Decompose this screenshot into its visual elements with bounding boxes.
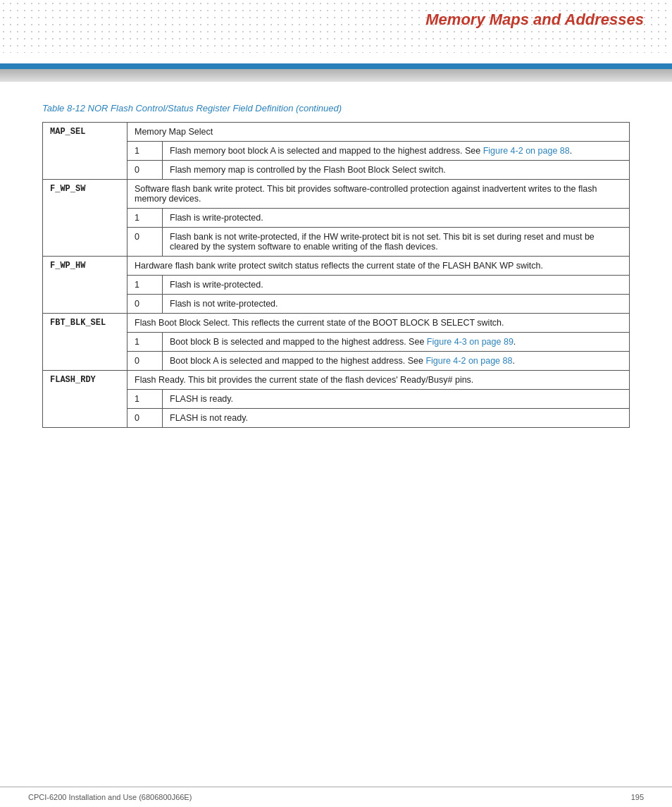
field-value: 1: [127, 276, 163, 295]
table-row: 1Boot block B is selected and mapped to …: [43, 333, 630, 352]
table-caption: Table 8-12 NOR Flash Control/Status Regi…: [42, 103, 630, 113]
field-value: 1: [127, 333, 163, 352]
gray-bar-decoration: [0, 69, 672, 82]
header-title-container: Memory Maps and Addresses: [425, 11, 644, 29]
field-value: 1: [127, 142, 163, 161]
table-row: 1Flash is write-protected.: [43, 276, 630, 295]
field-description: Memory Map Select: [127, 123, 630, 142]
register-table: MAP_SELMemory Map Select1Flash memory bo…: [42, 122, 630, 428]
field-value: 1: [127, 390, 163, 409]
field-value: 0: [127, 295, 163, 314]
field-value-description: FLASH is ready.: [163, 390, 630, 409]
table-row: 1Flash is write-protected.: [43, 209, 630, 228]
field-value: 0: [127, 409, 163, 428]
footer: CPCI-6200 Installation and Use (6806800J…: [0, 787, 672, 807]
table-row-description: FLASH_RDYFlash Ready. This bit provides …: [43, 371, 630, 390]
field-value-description: Flash memory map is controlled by the Fl…: [163, 161, 630, 180]
cross-reference-link[interactable]: Figure 4-2 on page 88: [425, 356, 512, 366]
field-value-description: Flash bank is not write-protected, if th…: [163, 228, 630, 257]
field-value: 0: [127, 352, 163, 371]
field-name: FLASH_RDY: [43, 371, 127, 428]
field-description: Software flash bank write protect. This …: [127, 180, 630, 209]
table-row: 0Flash bank is not write-protected, if t…: [43, 228, 630, 257]
blue-bar-decoration: [0, 63, 672, 69]
cross-reference-link[interactable]: Figure 4-3 on page 89: [427, 337, 514, 347]
table-row: 0Flash is not write-protected.: [43, 295, 630, 314]
page-title: Memory Maps and Addresses: [425, 11, 644, 28]
field-description: Hardware flash bank write protect switch…: [127, 257, 630, 276]
footer-left: CPCI-6200 Installation and Use (6806800J…: [28, 793, 192, 801]
field-value: 0: [127, 161, 163, 180]
main-content: Table 8-12 NOR Flash Control/Status Regi…: [0, 82, 672, 470]
table-row: 0Flash memory map is controlled by the F…: [43, 161, 630, 180]
table-row-description: F_WP_SWSoftware flash bank write protect…: [43, 180, 630, 209]
footer-right: 195: [631, 793, 644, 801]
field-name: FBT_BLK_SEL: [43, 314, 127, 371]
field-name: F_WP_HW: [43, 257, 127, 314]
table-row-description: F_WP_HWHardware flash bank write protect…: [43, 257, 630, 276]
field-value-description: Boot block A is selected and mapped to t…: [163, 352, 630, 371]
field-value: 0: [127, 228, 163, 257]
table-row: 1FLASH is ready.: [43, 390, 630, 409]
table-row-description: FBT_BLK_SELFlash Boot Block Select. This…: [43, 314, 630, 333]
table-row-description: MAP_SELMemory Map Select: [43, 123, 630, 142]
table-row: 1Flash memory boot block A is selected a…: [43, 142, 630, 161]
field-value-description: Flash is write-protected.: [163, 209, 630, 228]
field-description: Flash Boot Block Select. This reflects t…: [127, 314, 630, 333]
field-description: Flash Ready. This bit provides the curre…: [127, 371, 630, 390]
field-name: F_WP_SW: [43, 180, 127, 257]
field-value-description: FLASH is not ready.: [163, 409, 630, 428]
field-value-description: Boot block B is selected and mapped to t…: [163, 333, 630, 352]
header: Memory Maps and Addresses: [0, 0, 672, 63]
field-value-description: Flash is not write-protected.: [163, 295, 630, 314]
table-row: 0Boot block A is selected and mapped to …: [43, 352, 630, 371]
field-value-description: Flash memory boot block A is selected an…: [163, 142, 630, 161]
cross-reference-link[interactable]: Figure 4-2 on page 88: [483, 146, 570, 156]
field-name: MAP_SEL: [43, 123, 127, 180]
field-value-description: Flash is write-protected.: [163, 276, 630, 295]
field-value: 1: [127, 209, 163, 228]
table-row: 0FLASH is not ready.: [43, 409, 630, 428]
